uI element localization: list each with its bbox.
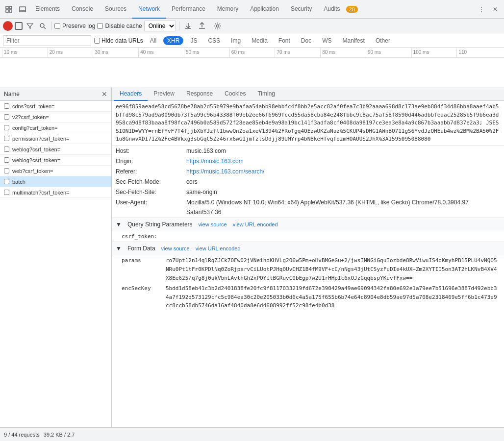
- svg-point-6: [40, 24, 44, 27]
- type-media[interactable]: Media: [248, 36, 272, 45]
- item-checkbox[interactable]: [4, 103, 9, 109]
- item-checkbox[interactable]: [4, 114, 9, 120]
- tab-cookies[interactable]: Cookies: [219, 87, 252, 101]
- disable-cache-label[interactable]: Disable cache: [97, 23, 142, 29]
- type-manifest[interactable]: Manifest: [339, 36, 369, 45]
- tab-memory[interactable]: Memory: [211, 0, 244, 19]
- type-all[interactable]: All: [146, 36, 160, 45]
- stop-button[interactable]: [15, 22, 23, 30]
- preserve-log-label[interactable]: Preserve log: [54, 23, 95, 29]
- type-doc[interactable]: Doc: [297, 36, 315, 45]
- import-button[interactable]: [182, 21, 194, 31]
- throttle-select[interactable]: Online: [144, 21, 176, 31]
- request-item[interactable]: cdns?csrf_token=: [0, 101, 111, 112]
- tab-timing[interactable]: Timing: [252, 87, 281, 101]
- request-item[interactable]: v2?csrf_token=: [0, 112, 111, 122]
- header-row-origin: Origin: https://music.163.com: [112, 156, 504, 167]
- csrf-token-param: csrf_token:: [112, 231, 504, 242]
- query-string-view-url-encoded[interactable]: view URL encoded: [233, 221, 278, 227]
- header-val: Mozilla/5.0 (Windows NT 10.0; Win64; x64…: [186, 198, 500, 217]
- status-bar: 9 / 44 requests 39.2 KB / 2.7: [0, 427, 504, 441]
- item-checkbox[interactable]: [4, 125, 9, 130]
- type-other[interactable]: Other: [372, 36, 394, 45]
- filter-input[interactable]: [3, 35, 91, 46]
- tab-console[interactable]: Console: [66, 0, 99, 19]
- timeline: 10 ms 20 ms 30 ms 40 ms 50 ms 60 ms 70 m…: [0, 48, 504, 87]
- close-detail-button[interactable]: ✕: [101, 90, 107, 98]
- request-item[interactable]: config?csrf_token=: [0, 122, 111, 133]
- request-item-selected[interactable]: batch: [0, 176, 111, 187]
- detail-tabs: Headers Preview Response Cookies Timing: [112, 87, 504, 101]
- item-checkbox[interactable]: [4, 157, 9, 163]
- filter-icon-button[interactable]: [25, 22, 35, 30]
- svg-rect-1: [9, 6, 12, 9]
- enc-sec-key-key: encSecKey: [122, 284, 166, 310]
- settings-button[interactable]: [212, 21, 224, 31]
- type-js[interactable]: JS: [186, 36, 201, 45]
- inspect-icon[interactable]: [2, 0, 16, 19]
- network-toolbar: Preserve log Disable cache Online: [0, 19, 504, 33]
- request-item[interactable]: weblog?csrf_token=: [0, 155, 111, 166]
- item-checkbox[interactable]: [4, 147, 9, 152]
- request-item[interactable]: permission?csrf_token=: [0, 133, 111, 144]
- search-button[interactable]: [37, 22, 48, 30]
- type-ws[interactable]: WS: [318, 36, 335, 45]
- tab-response[interactable]: Response: [180, 87, 219, 101]
- type-img[interactable]: Img: [227, 36, 245, 45]
- item-checkbox[interactable]: [4, 168, 9, 173]
- disable-cache-checkbox[interactable]: [97, 23, 103, 29]
- header-row-sec-fetch-mode: Sec-Fetch-Mode: cors: [112, 177, 504, 187]
- request-item[interactable]: multimatch?csrf_token=: [0, 187, 111, 198]
- header-key: Sec-Fetch-Mode:: [116, 177, 184, 187]
- item-checkbox[interactable]: [4, 190, 9, 195]
- form-data-toggle[interactable]: ▼: [116, 245, 122, 252]
- params-key: params: [122, 256, 166, 282]
- form-data-view-url-encoded[interactable]: view URL encoded: [196, 245, 241, 251]
- query-string-view-source[interactable]: view source: [199, 221, 227, 227]
- type-css[interactable]: CSS: [204, 36, 224, 45]
- query-string-section-header: ▼ Query String Parameters view source vi…: [112, 218, 504, 231]
- type-font[interactable]: Font: [275, 36, 294, 45]
- record-button[interactable]: [3, 21, 13, 31]
- request-item[interactable]: weblog?csrf_token=: [0, 144, 111, 155]
- export-button[interactable]: [196, 21, 208, 31]
- close-devtools-icon[interactable]: ✕: [488, 0, 502, 19]
- hide-data-urls-label[interactable]: Hide data URLs: [94, 37, 143, 44]
- form-data-section-header: ▼ Form Data view source view URL encoded: [112, 242, 504, 255]
- tick-50ms: 50 ms: [184, 48, 229, 57]
- tab-network[interactable]: Network: [132, 0, 166, 19]
- tab-preview[interactable]: Preview: [148, 87, 180, 101]
- form-data-content: → { params ro7Upt12n14qlRqZJCk70Fw02jVNe…: [112, 255, 504, 311]
- dock-icon[interactable]: [16, 0, 29, 19]
- tab-sources[interactable]: Sources: [99, 0, 132, 19]
- tick-20ms: 20 ms: [48, 48, 93, 57]
- query-string-title: Query String Parameters: [127, 221, 193, 228]
- tab-performance[interactable]: Performance: [166, 0, 211, 19]
- tab-elements[interactable]: Elements: [29, 0, 66, 19]
- tick-80ms: 80 ms: [320, 48, 366, 57]
- item-checkbox[interactable]: [4, 179, 9, 184]
- hide-data-urls-checkbox[interactable]: [94, 38, 100, 44]
- type-xhr[interactable]: XHR: [163, 36, 183, 45]
- preserve-log-checkbox[interactable]: [54, 23, 60, 29]
- main-content: Name ✕ cdns?csrf_token= v2?csrf_token= c…: [0, 87, 504, 427]
- header-val: music.163.com: [186, 147, 226, 156]
- request-item[interactable]: web?csrf_token=: [0, 166, 111, 176]
- referer-link[interactable]: https://music.163.com/search/: [186, 168, 264, 175]
- form-data-view-source[interactable]: view source: [161, 245, 190, 251]
- more-icon[interactable]: ⋮: [475, 0, 488, 19]
- detail-content-inner: ee96f859aeade58cd5678be78ab2d55b979e9baf…: [112, 101, 504, 311]
- tab-security[interactable]: Security: [285, 0, 318, 19]
- tab-audits[interactable]: Audits: [318, 0, 346, 19]
- filter-bar: Hide data URLs All XHR JS CSS Img Media …: [0, 33, 504, 48]
- svg-rect-0: [6, 6, 8, 9]
- svg-rect-4: [20, 7, 25, 12]
- svg-line-7: [44, 27, 46, 29]
- tick-40ms: 40 ms: [138, 48, 184, 57]
- origin-link[interactable]: https://music.163.com: [186, 158, 244, 165]
- item-checkbox[interactable]: [4, 136, 9, 141]
- params-val: ro7Upt12n14qlRqZJCk70Fw02jVNeihoKHVLg206…: [166, 256, 500, 282]
- tab-headers[interactable]: Headers: [114, 87, 148, 101]
- tab-application[interactable]: Application: [244, 0, 285, 19]
- query-string-toggle[interactable]: ▼: [116, 221, 122, 228]
